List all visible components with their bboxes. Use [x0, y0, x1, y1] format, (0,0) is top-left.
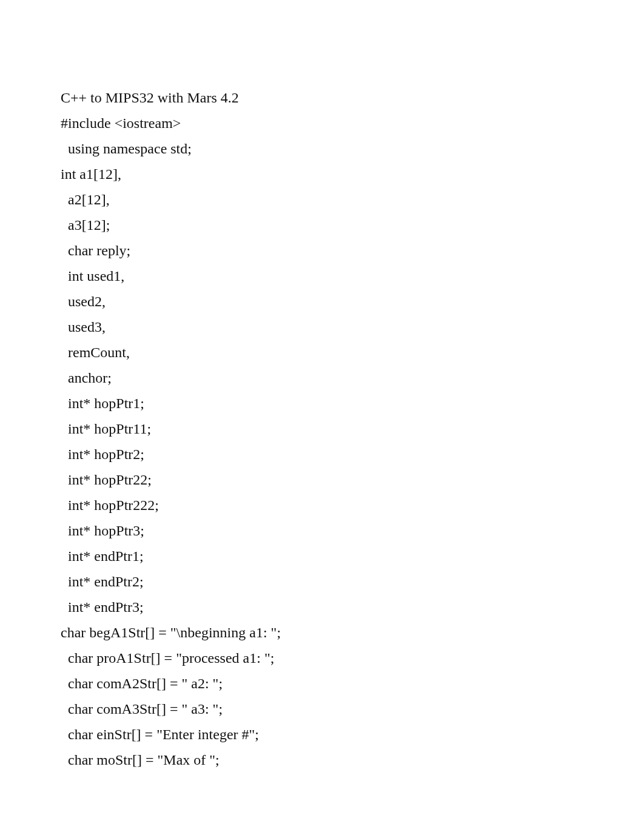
code-line: char begA1Str[] = "\nbeginning a1: ";: [61, 620, 583, 645]
code-line: used3,: [61, 314, 583, 340]
code-line: int* endPtr1;: [61, 543, 583, 569]
code-line: int* hopPtr22;: [61, 467, 583, 492]
document-page: C++ to MIPS32 with Mars 4.2 #include <io…: [0, 0, 644, 835]
code-line: anchor;: [61, 365, 583, 391]
code-line: int* hopPtr3;: [61, 518, 583, 543]
code-line: char moStr[] = "Max of ";: [61, 747, 583, 773]
code-line: remCount,: [61, 340, 583, 365]
code-line: using namespace std;: [61, 136, 583, 161]
code-line: char comA3Str[] = " a3: ";: [61, 696, 583, 722]
code-line: a3[12];: [61, 212, 583, 238]
code-line: char reply;: [61, 238, 583, 263]
code-line: char einStr[] = "Enter integer #";: [61, 722, 583, 747]
code-line: C++ to MIPS32 with Mars 4.2: [61, 85, 583, 110]
code-line: used2,: [61, 289, 583, 314]
code-line: int* hopPtr1;: [61, 391, 583, 416]
code-line: int* hopPtr2;: [61, 441, 583, 467]
code-line: char proA1Str[] = "processed a1: ";: [61, 645, 583, 671]
code-line: int* endPtr3;: [61, 594, 583, 620]
code-line: char comA2Str[] = " a2: ";: [61, 671, 583, 696]
code-line: int* hopPtr222;: [61, 492, 583, 518]
code-line: int used1,: [61, 263, 583, 289]
code-line: int* hopPtr11;: [61, 416, 583, 441]
code-line: a2[12],: [61, 187, 583, 212]
code-line: int a1[12],: [61, 161, 583, 187]
code-line: int* endPtr2;: [61, 569, 583, 594]
code-line: #include <iostream>: [61, 110, 583, 136]
